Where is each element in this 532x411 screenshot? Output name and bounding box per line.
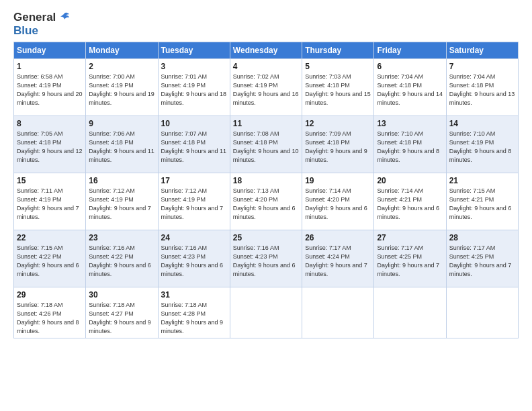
day-info: Sunrise: 7:12 AM Sunset: 4:19 PM Dayligh…: [161, 187, 227, 222]
day-number: 10: [161, 119, 227, 128]
daylight-label: Daylight: 9 hours and 7 minutes.: [305, 262, 367, 277]
calendar-header-row: Sunday Monday Tuesday Wednesday Thursday…: [14, 42, 519, 59]
daylight-label: Daylight: 9 hours and 8 minutes.: [449, 148, 512, 163]
day-info: Sunrise: 7:14 AM Sunset: 4:21 PM Dayligh…: [377, 187, 443, 222]
sunrise-label: Sunrise: 7:04 AM: [377, 73, 423, 80]
day-number: 31: [161, 290, 227, 300]
day-number: 14: [449, 119, 515, 128]
calendar-cell: 15 Sunrise: 7:11 AM Sunset: 4:19 PM Dayl…: [14, 173, 86, 230]
sunrise-label: Sunrise: 7:18 AM: [89, 302, 135, 308]
calendar-week-row: 1 Sunrise: 6:58 AM Sunset: 4:19 PM Dayli…: [14, 59, 519, 116]
daylight-label: Daylight: 9 hours and 6 minutes.: [17, 262, 79, 277]
sunset-label: Sunset: 4:19 PM: [17, 82, 62, 89]
sunset-label: Sunset: 4:22 PM: [17, 253, 62, 260]
col-friday: Friday: [374, 42, 446, 59]
calendar-cell: 23 Sunrise: 7:16 AM Sunset: 4:22 PM Dayl…: [86, 230, 158, 287]
sunset-label: Sunset: 4:19 PM: [233, 82, 278, 89]
sunset-label: Sunset: 4:18 PM: [89, 139, 134, 146]
sunset-label: Sunset: 4:18 PM: [377, 139, 422, 146]
calendar-cell: 14 Sunrise: 7:10 AM Sunset: 4:19 PM Dayl…: [446, 116, 518, 173]
calendar-cell: 18 Sunrise: 7:13 AM Sunset: 4:20 PM Dayl…: [230, 173, 302, 230]
calendar-cell: 12 Sunrise: 7:09 AM Sunset: 4:18 PM Dayl…: [302, 116, 374, 173]
calendar-page: General Blue Sunday Monday Tuesday Wedne…: [0, 0, 532, 411]
sunset-label: Sunset: 4:19 PM: [449, 139, 494, 146]
day-info: Sunrise: 7:15 AM Sunset: 4:22 PM Dayligh…: [17, 244, 83, 279]
page-header: General Blue: [13, 11, 519, 38]
sunset-label: Sunset: 4:18 PM: [17, 139, 62, 146]
day-info: Sunrise: 7:14 AM Sunset: 4:20 PM Dayligh…: [305, 187, 371, 222]
sunrise-label: Sunrise: 7:06 AM: [89, 130, 135, 137]
calendar-cell: 28 Sunrise: 7:17 AM Sunset: 4:25 PM Dayl…: [446, 230, 518, 287]
daylight-label: Daylight: 9 hours and 7 minutes.: [89, 205, 151, 220]
sunrise-label: Sunrise: 7:12 AM: [161, 187, 208, 194]
sunset-label: Sunset: 4:21 PM: [449, 196, 494, 203]
sunrise-label: Sunrise: 7:12 AM: [89, 187, 135, 194]
calendar-cell: 7 Sunrise: 7:04 AM Sunset: 4:18 PM Dayli…: [446, 59, 518, 116]
sunrise-label: Sunrise: 6:58 AM: [17, 73, 63, 80]
sunrise-label: Sunrise: 7:18 AM: [17, 302, 63, 308]
sunrise-label: Sunrise: 7:01 AM: [161, 73, 208, 80]
day-number: 12: [305, 119, 371, 128]
day-number: 9: [89, 119, 154, 128]
day-info: Sunrise: 7:02 AM Sunset: 4:19 PM Dayligh…: [233, 73, 299, 107]
day-info: Sunrise: 7:06 AM Sunset: 4:18 PM Dayligh…: [89, 130, 154, 165]
daylight-label: Daylight: 9 hours and 9 minutes.: [305, 148, 367, 163]
calendar-cell: 3 Sunrise: 7:01 AM Sunset: 4:19 PM Dayli…: [158, 59, 230, 116]
sunset-label: Sunset: 4:22 PM: [89, 253, 134, 260]
daylight-label: Daylight: 9 hours and 14 minutes.: [377, 91, 443, 106]
sunset-label: Sunset: 4:19 PM: [161, 196, 206, 203]
sunset-label: Sunset: 4:20 PM: [233, 196, 278, 203]
sunset-label: Sunset: 4:26 PM: [17, 310, 62, 317]
sunrise-label: Sunrise: 7:14 AM: [377, 187, 423, 194]
daylight-label: Daylight: 9 hours and 6 minutes.: [161, 262, 224, 277]
daylight-label: Daylight: 9 hours and 18 minutes.: [161, 91, 227, 106]
logo-general-text: General: [13, 11, 56, 24]
day-info: Sunrise: 7:15 AM Sunset: 4:21 PM Dayligh…: [449, 187, 515, 222]
daylight-label: Daylight: 9 hours and 6 minutes.: [233, 205, 296, 220]
calendar-cell: 20 Sunrise: 7:14 AM Sunset: 4:21 PM Dayl…: [374, 173, 446, 230]
day-info: Sunrise: 7:16 AM Sunset: 4:23 PM Dayligh…: [161, 244, 227, 279]
sunrise-label: Sunrise: 7:11 AM: [17, 187, 63, 194]
day-info: Sunrise: 7:04 AM Sunset: 4:18 PM Dayligh…: [377, 73, 443, 107]
col-thursday: Thursday: [302, 42, 374, 59]
daylight-label: Daylight: 9 hours and 7 minutes.: [17, 205, 79, 220]
day-number: 25: [233, 233, 299, 242]
sunrise-label: Sunrise: 7:15 AM: [17, 244, 63, 251]
day-info: Sunrise: 7:16 AM Sunset: 4:23 PM Dayligh…: [233, 244, 299, 279]
day-info: Sunrise: 7:13 AM Sunset: 4:20 PM Dayligh…: [233, 187, 299, 222]
day-number: 26: [305, 233, 371, 242]
calendar-week-row: 29 Sunrise: 7:18 AM Sunset: 4:26 PM Dayl…: [14, 287, 519, 338]
calendar-cell: 22 Sunrise: 7:15 AM Sunset: 4:22 PM Dayl…: [14, 230, 86, 287]
day-number: 27: [377, 233, 443, 242]
sunset-label: Sunset: 4:18 PM: [449, 82, 494, 89]
calendar-cell: 26 Sunrise: 7:17 AM Sunset: 4:24 PM Dayl…: [302, 230, 374, 287]
day-info: Sunrise: 7:05 AM Sunset: 4:18 PM Dayligh…: [17, 130, 83, 165]
calendar-cell: 21 Sunrise: 7:15 AM Sunset: 4:21 PM Dayl…: [446, 173, 518, 230]
daylight-label: Daylight: 9 hours and 11 minutes.: [161, 148, 227, 163]
daylight-label: Daylight: 9 hours and 12 minutes.: [17, 148, 83, 163]
daylight-label: Daylight: 9 hours and 6 minutes.: [305, 205, 367, 220]
calendar-week-row: 15 Sunrise: 7:11 AM Sunset: 4:19 PM Dayl…: [14, 173, 519, 230]
sunrise-label: Sunrise: 7:13 AM: [233, 187, 279, 194]
daylight-label: Daylight: 9 hours and 10 minutes.: [233, 148, 299, 163]
day-info: Sunrise: 7:17 AM Sunset: 4:24 PM Dayligh…: [305, 244, 371, 279]
daylight-label: Daylight: 9 hours and 8 minutes.: [17, 319, 79, 334]
daylight-label: Daylight: 9 hours and 13 minutes.: [449, 91, 515, 106]
calendar-cell: 9 Sunrise: 7:06 AM Sunset: 4:18 PM Dayli…: [86, 116, 158, 173]
day-number: 16: [89, 176, 154, 185]
day-info: Sunrise: 7:11 AM Sunset: 4:19 PM Dayligh…: [17, 187, 83, 222]
calendar-week-row: 8 Sunrise: 7:05 AM Sunset: 4:18 PM Dayli…: [14, 116, 519, 173]
sunrise-label: Sunrise: 7:08 AM: [233, 130, 279, 137]
calendar-cell: 1 Sunrise: 6:58 AM Sunset: 4:19 PM Dayli…: [14, 59, 86, 116]
calendar-cell: 5 Sunrise: 7:03 AM Sunset: 4:18 PM Dayli…: [302, 59, 374, 116]
sunrise-label: Sunrise: 7:00 AM: [89, 73, 135, 80]
day-info: Sunrise: 7:18 AM Sunset: 4:28 PM Dayligh…: [161, 301, 227, 336]
day-info: Sunrise: 7:10 AM Sunset: 4:18 PM Dayligh…: [377, 130, 443, 165]
calendar-cell: 19 Sunrise: 7:14 AM Sunset: 4:20 PM Dayl…: [302, 173, 374, 230]
daylight-label: Daylight: 9 hours and 6 minutes.: [377, 205, 439, 220]
day-info: Sunrise: 7:10 AM Sunset: 4:19 PM Dayligh…: [449, 130, 515, 165]
logo-blue-text: Blue: [13, 24, 38, 38]
day-number: 20: [377, 176, 443, 185]
day-number: 23: [89, 233, 154, 242]
sunset-label: Sunset: 4:19 PM: [89, 82, 134, 89]
